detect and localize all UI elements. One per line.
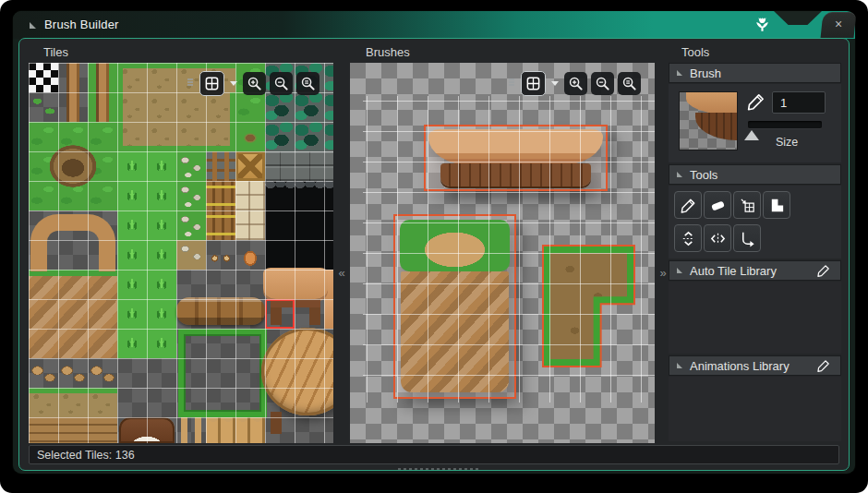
brushes-canvas[interactable] (350, 63, 655, 443)
tile-tree[interactable] (324, 92, 333, 122)
tile-tuft[interactable] (147, 240, 176, 270)
tiles-grid-options-button[interactable] (199, 71, 224, 96)
tile-tree[interactable] (324, 63, 333, 92)
animations-edit-button[interactable] (813, 358, 835, 373)
tile-wall[interactable] (235, 210, 265, 240)
tile-tuft[interactable] (117, 151, 147, 181)
tile-trkg[interactable] (58, 63, 88, 92)
brushes-zoom-out-button[interactable] (591, 72, 614, 95)
tile-d-t[interactable] (58, 388, 88, 417)
tile-stoned[interactable] (176, 240, 206, 270)
tiles-zoom-fit-button[interactable] (296, 72, 319, 95)
tile-wallst[interactable] (295, 151, 324, 181)
tileset-object-hole[interactable] (29, 122, 117, 210)
tile-tuft[interactable] (147, 151, 176, 181)
close-button[interactable]: × (821, 12, 857, 38)
tiles-zoom-out-button[interactable] (270, 72, 293, 95)
tile-cliff[interactable] (29, 329, 58, 358)
tile-cavet[interactable] (295, 181, 324, 210)
tile-d-t[interactable] (147, 63, 176, 92)
tile-cave[interactable] (324, 210, 333, 240)
tile-cliffg[interactable] (88, 270, 117, 299)
tile-dg-br[interactable] (206, 122, 235, 151)
tile-cliffg[interactable] (58, 270, 88, 299)
tile-tuft[interactable] (117, 181, 147, 210)
brush-size-slider[interactable] (748, 121, 822, 128)
tile-tuft[interactable] (117, 210, 147, 240)
grid-lines-icon[interactable] (186, 75, 195, 91)
tile-d-t[interactable] (88, 388, 117, 417)
tile-tuft[interactable] (147, 329, 176, 358)
tileset-view[interactable] (29, 63, 333, 443)
tile-stones[interactable] (176, 181, 206, 210)
tile-cliffg[interactable] (29, 270, 58, 299)
tile-dg-r[interactable] (206, 92, 235, 122)
tile-gpatch[interactable] (29, 92, 58, 122)
tile-stones[interactable] (176, 151, 206, 181)
tile-dirt[interactable] (147, 92, 176, 122)
tile-tree[interactable] (324, 122, 333, 151)
tiles-brushes-splitter[interactable]: « (333, 63, 350, 443)
tile-cliff[interactable] (58, 329, 88, 358)
tile-cave[interactable] (324, 240, 333, 270)
tile-stones[interactable] (176, 210, 206, 240)
eraser-tool-button[interactable] (704, 191, 731, 219)
tile-cave[interactable] (265, 240, 295, 270)
tile-trans[interactable] (147, 358, 176, 388)
tile-cliff[interactable] (58, 299, 88, 329)
tile-dg-tl[interactable] (117, 63, 147, 92)
brush-item-path[interactable] (542, 245, 635, 367)
tile-tuft[interactable] (147, 299, 176, 329)
tile-cave[interactable] (295, 240, 324, 270)
tile-trkg[interactable] (58, 92, 88, 122)
mirror-horizontal-tool-button[interactable] (704, 224, 731, 252)
tile-trans[interactable] (117, 358, 147, 388)
tile-tree[interactable] (265, 92, 295, 122)
tile-splat[interactable] (235, 122, 265, 151)
tile-trans[interactable] (117, 388, 147, 417)
tile-ladder[interactable] (206, 151, 235, 181)
tile-crate[interactable] (235, 151, 265, 181)
shape-fill-tool-button[interactable] (763, 191, 790, 219)
tile-trans[interactable] (235, 270, 265, 299)
tileset-object-gframe[interactable] (178, 329, 267, 417)
tile-tree[interactable] (295, 122, 324, 151)
tile-planks[interactable] (88, 417, 117, 443)
tile-wall[interactable] (235, 181, 265, 210)
tile-region-tool-button[interactable] (733, 191, 761, 219)
pencil-tool-button[interactable] (674, 191, 702, 219)
tile-ckbw[interactable] (29, 63, 58, 92)
tile-tuft[interactable] (147, 181, 176, 210)
tile-logend[interactable] (206, 240, 235, 270)
brush-item-table[interactable] (424, 125, 608, 191)
tile-logv[interactable] (206, 210, 235, 240)
tile-tuft[interactable] (147, 210, 176, 240)
tile-planks[interactable] (58, 417, 88, 443)
tiles-grid-dropdown-caret[interactable] (230, 81, 237, 86)
rotate-tool-button[interactable] (733, 224, 761, 252)
tile-d-b[interactable] (176, 122, 206, 151)
mirror-vertical-tool-button[interactable] (674, 224, 702, 252)
tile-dirt[interactable] (176, 92, 206, 122)
tile-fence[interactable] (235, 417, 265, 443)
tile-wallst[interactable] (324, 151, 333, 181)
tile-tree[interactable] (295, 92, 324, 122)
tile-tuft[interactable] (117, 329, 147, 358)
tile-logv[interactable] (206, 181, 235, 210)
tileset-object-bed[interactable] (119, 417, 175, 443)
tile-boulder[interactable] (58, 358, 88, 388)
collapse-right-icon[interactable]: » (659, 266, 666, 280)
tile-tuft[interactable] (117, 270, 147, 299)
brush-size-input[interactable] (772, 91, 826, 114)
tile-trk[interactable] (88, 63, 117, 92)
brushes-zoom-fit-button[interactable] (618, 72, 641, 95)
brush-item-cliff[interactable] (393, 214, 516, 399)
window-titlebar[interactable]: Brush Builder × (13, 11, 855, 39)
tile-grass[interactable] (235, 92, 265, 122)
tile-trans[interactable] (206, 270, 235, 299)
tile-fence[interactable] (206, 417, 235, 443)
auto-tile-library-body[interactable] (669, 282, 841, 354)
animations-library-body[interactable] (669, 377, 841, 441)
tileset-object-ring[interactable] (30, 214, 115, 271)
brushes-grid-dropdown-caret[interactable] (551, 81, 559, 86)
